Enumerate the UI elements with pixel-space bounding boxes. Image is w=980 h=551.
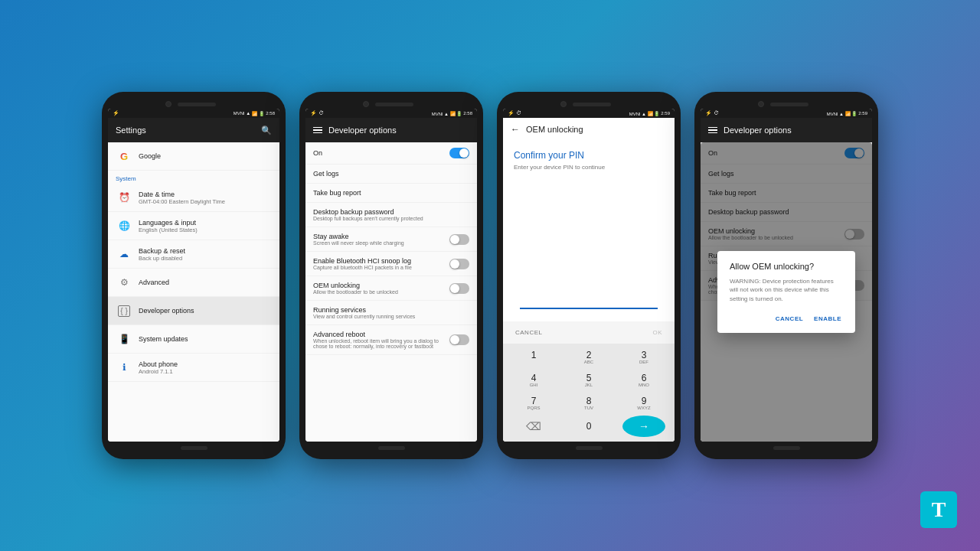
pin-actions: CANCEL OK [503, 321, 675, 344]
phone-1-status-bar: ⚡ MVNl ▲ 📶 🔋 2:58 [108, 109, 279, 118]
dev-item-bluetooth[interactable]: Enable Bluetooth HCI snoop log Capture a… [305, 252, 477, 276]
dialog-actions: CANCEL ENABLE [730, 312, 843, 325]
phone-2-bottom [305, 442, 477, 453]
numpad-key-6[interactable]: 6 MNO [622, 370, 665, 391]
confirm-pin-title: Confirm your PIN [514, 150, 664, 161]
numpad-key-2[interactable]: 2 ABC [567, 347, 610, 368]
phone-1: ⚡ MVNl ▲ 📶 🔋 2:58 Settings 🔍 G [102, 92, 286, 459]
oem-toggle[interactable] [449, 283, 469, 294]
numpad-key-8[interactable]: 8 TUV [567, 393, 610, 414]
settings-item-about[interactable]: ℹ About phone Android 7.1.1 [108, 354, 279, 382]
numpad-row-4: ⌫ 0 → [506, 416, 671, 437]
phone-1-camera [165, 101, 172, 107]
phone-2-status-bar: ⚡ ⏱ MVNl ▲ 📶 🔋 2:58 [305, 109, 477, 118]
phone-3-camera [560, 101, 567, 107]
dev-item-bugreport[interactable]: Take bug report [305, 184, 477, 203]
phones-container: ⚡ MVNl ▲ 📶 🔋 2:58 Settings 🔍 G [87, 77, 893, 474]
numpad-row-2: 4 GHI 5 JKL 6 MNO [506, 370, 671, 391]
phone-2-notch [305, 98, 477, 109]
dialog-cancel-button[interactable]: CANCEL [774, 312, 805, 325]
dev-on-toggle[interactable] [449, 148, 469, 158]
search-icon[interactable]: 🔍 [261, 126, 272, 135]
phone-4-camera [758, 101, 764, 107]
numpad-row-1: 1 2 ABC 3 DEF [506, 347, 671, 368]
dev-item-on[interactable]: On [305, 142, 477, 165]
confirm-pin-subtitle: Enter your device PIN to continue [514, 164, 664, 171]
developer-icon: { } [116, 302, 132, 319]
phone-3-app-bar: ← OEM unlocking [503, 118, 675, 141]
settings-item-advanced[interactable]: ⚙ Advanced [108, 269, 279, 297]
numpad-key-3[interactable]: 3 DEF [622, 347, 665, 368]
phone-2-screen: ⚡ ⏱ MVNl ▲ 📶 🔋 2:58 Developer options On [305, 109, 477, 442]
reboot-toggle[interactable] [449, 334, 469, 345]
dev-item-backup-pwd[interactable]: Desktop backup password Desktop full bac… [305, 203, 477, 227]
settings-item-datetime[interactable]: ⏰ Date & time GMT-04:00 Eastern Daylight… [108, 184, 279, 212]
settings-item-updates[interactable]: 📱 System updates [108, 325, 279, 354]
pin-header: Confirm your PIN Enter your device PIN t… [503, 141, 675, 186]
phone-1-home-button[interactable] [181, 446, 207, 450]
bluetooth-toggle[interactable] [449, 259, 469, 269]
numpad-key-9[interactable]: 9 WXYZ [622, 393, 665, 414]
numpad-enter-key[interactable]: → [622, 416, 665, 437]
dev-item-getlogs[interactable]: Get logs [305, 165, 477, 184]
techradar-badge: T [920, 491, 957, 528]
phone-3: ⚡ ⏱ MVNl ▲ 📶 🔋 2:59 ← OEM unlocking Conf… [497, 92, 681, 459]
settings-item-language[interactable]: 🌐 Languages & input English (United Stat… [108, 212, 279, 240]
cancel-button[interactable]: CANCEL [511, 326, 547, 339]
phone-3-status-bar: ⚡ ⏱ MVNl ▲ 📶 🔋 2:59 [503, 109, 675, 118]
phone-4-app-bar: Developer options [701, 118, 872, 142]
phone-2-home-button[interactable] [378, 446, 405, 450]
numpad-key-4[interactable]: 4 GHI [512, 370, 555, 391]
google-icon: G [116, 148, 132, 165]
hamburger-icon[interactable] [313, 127, 322, 134]
pin-screen-content: Confirm your PIN Enter your device PIN t… [503, 141, 675, 442]
phone-1-notch [108, 98, 279, 109]
phone-3-screen: ⚡ ⏱ MVNl ▲ 📶 🔋 2:59 ← OEM unlocking Conf… [503, 109, 675, 442]
stay-awake-toggle[interactable] [449, 234, 469, 245]
numpad-key-7[interactable]: 7 PQRS [512, 393, 555, 414]
pin-input-line [520, 295, 657, 309]
numpad-key-0[interactable]: 0 [567, 416, 610, 437]
status-right-icons: MVNl ▲ 📶 🔋 2:58 [234, 111, 275, 116]
language-icon: 🌐 [116, 217, 132, 234]
dialog-message: WARNING: Device protection features will… [730, 277, 843, 303]
phone-4: ⚡ ⏱ MVNl ▲ 📶 🔋 2:59 Developer options [694, 92, 878, 459]
settings-item-backup[interactable]: ☁ Backup & reset Back up disabled [108, 240, 279, 269]
numpad-key-1[interactable]: 1 [512, 347, 555, 368]
settings-item-google[interactable]: G Google [108, 142, 279, 171]
phone-3-home-button[interactable] [576, 446, 603, 450]
dialog-enable-button[interactable]: ENABLE [812, 312, 843, 325]
phone-1-speaker [178, 103, 216, 106]
dev-item-running[interactable]: Running services View and control curren… [305, 301, 477, 325]
numpad-delete-key[interactable]: ⌫ [512, 416, 555, 437]
datetime-icon: ⏰ [116, 189, 132, 206]
phone-3-bottom [503, 442, 675, 453]
allow-oem-dialog: Allow OEM unlocking? WARNING: Device pro… [717, 251, 855, 333]
back-arrow-icon[interactable]: ← [511, 124, 520, 135]
settings-item-developer[interactable]: { } Developer options [108, 297, 279, 325]
phone-3-notch [503, 98, 675, 109]
numpad-key-5[interactable]: 5 JKL [567, 370, 610, 391]
settings-title: Settings [116, 126, 146, 135]
phone-4-hamburger-icon[interactable] [708, 127, 717, 134]
phone-2-app-bar: Developer options [305, 118, 477, 142]
google-text: Google [139, 152, 161, 160]
system-section-label: System [108, 171, 279, 184]
phone-2: ⚡ ⏱ MVNl ▲ 📶 🔋 2:58 Developer options On [299, 92, 483, 459]
backup-icon: ☁ [116, 246, 132, 262]
phone-4-content: On Get logs Take bug report Desktop back… [701, 142, 872, 442]
phone-4-status-bar: ⚡ ⏱ MVNl ▲ 📶 🔋 2:59 [701, 109, 872, 118]
phone-3-speaker [573, 103, 611, 106]
about-icon: ℹ [116, 359, 132, 376]
dev-item-reboot[interactable]: Advanced reboot When unlocked, reboot it… [305, 325, 477, 355]
pin-input-area [503, 186, 675, 321]
dialog-container: Allow OEM unlocking? WARNING: Device pro… [701, 142, 872, 442]
phone-4-screen: ⚡ ⏱ MVNl ▲ 📶 🔋 2:59 Developer options [701, 109, 872, 442]
dev-item-stayawake[interactable]: Stay awake Screen will never sleep while… [305, 227, 477, 252]
phone-2-speaker [375, 103, 413, 106]
phone-4-speaker [770, 103, 808, 106]
settings-content: G Google System ⏰ Date & time GMT-04:00 … [108, 142, 279, 442]
phone-4-home-button[interactable] [773, 446, 800, 450]
dev-item-oem[interactable]: OEM unlocking Allow the bootloader to be… [305, 276, 477, 301]
ok-button[interactable]: OK [648, 326, 667, 339]
